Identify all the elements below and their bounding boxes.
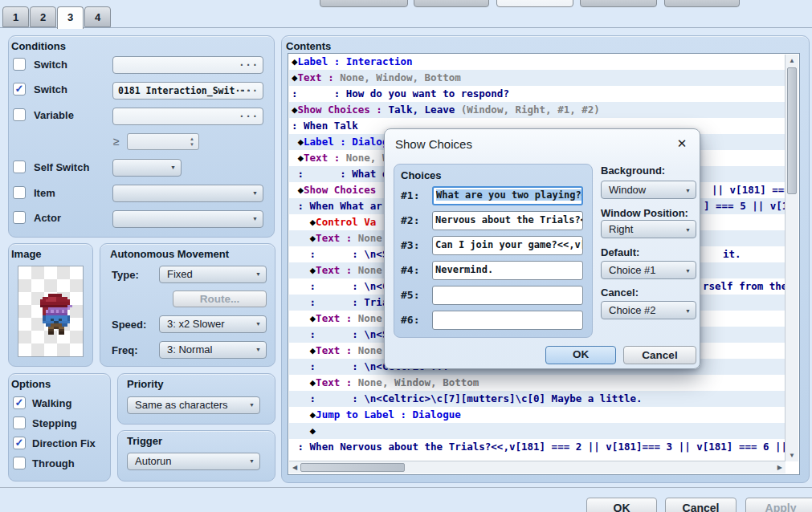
tab-page-2[interactable]: 2 xyxy=(30,6,56,27)
dropdown-arrow-icon: ▼ xyxy=(255,342,261,358)
ellipsis-icon: ··· xyxy=(239,108,259,124)
tab-page-3[interactable]: 3 xyxy=(57,6,84,29)
options-title: Options xyxy=(11,378,51,390)
event-command-row[interactable]: : : \n<Celtric>\c[7][mutters]\c[0] Maybe… xyxy=(289,391,787,407)
variable-value-spinner[interactable]: ▲ ▼ xyxy=(127,133,199,150)
route-button[interactable]: Route... xyxy=(173,291,267,307)
event-command-row[interactable]: ◆Text : None, Window, Bottom xyxy=(289,375,787,391)
default-dropdown[interactable]: Choice #1▼ xyxy=(601,261,696,279)
tab-page-1[interactable]: 1 xyxy=(2,6,29,27)
cancel-choice-label: Cancel: xyxy=(601,286,639,299)
dropdown-arrow-icon: ▼ xyxy=(252,211,258,227)
event-command-row[interactable]: : : How do you want to respond? xyxy=(289,86,787,102)
walking-checkbox[interactable]: ✓ xyxy=(13,396,26,409)
ok-button[interactable]: OK xyxy=(586,498,657,512)
character-sprite xyxy=(35,294,78,335)
actor-dropdown[interactable]: ▼ xyxy=(112,210,263,228)
tab-page-4[interactable]: 4 xyxy=(84,6,111,27)
choice-5-label: #5: xyxy=(401,289,419,301)
spinner-up-icon[interactable]: ▲ xyxy=(190,136,194,141)
event-command-text: ◆ xyxy=(292,71,298,83)
top-button-2[interactable] xyxy=(414,0,489,7)
event-command-row[interactable]: : When Nervous about the Trials?<<,v[181… xyxy=(289,439,787,455)
choice-2-input[interactable]: Nervous about the Trials?< xyxy=(432,211,583,230)
event-command-text: Show Choices : xyxy=(304,184,394,196)
variable-field[interactable]: ··· xyxy=(112,108,263,125)
event-command-row[interactable]: ◆ xyxy=(289,423,787,439)
event-command-row[interactable]: ◆Label : Interaction xyxy=(289,54,787,70)
priority-dropdown[interactable]: Same as characters▼ xyxy=(127,396,260,414)
actor-checkbox[interactable]: ✓ xyxy=(13,211,26,224)
dialog-ok-button[interactable]: OK xyxy=(545,346,616,364)
switch1-label: Switch xyxy=(34,59,67,71)
item-checkbox[interactable]: ✓ xyxy=(13,186,26,199)
default-label: Default: xyxy=(601,246,639,258)
ellipsis-icon: ··· xyxy=(239,57,259,73)
top-button-5[interactable] xyxy=(664,0,740,7)
variable-checkbox[interactable]: ✓ xyxy=(13,108,26,121)
event-command-text: ◆ xyxy=(292,55,298,67)
event-command-text: : When Nervous about the Trials?<<,v[181… xyxy=(292,441,787,453)
event-command-text: ◆ xyxy=(292,376,316,388)
dialog-cancel-button[interactable]: Cancel xyxy=(623,346,696,364)
priority-title: Priority xyxy=(127,378,164,390)
event-command-text: Talk, Leave xyxy=(388,104,460,116)
event-command-text: ◆ xyxy=(292,136,304,148)
vertical-scrollbar-thumb[interactable] xyxy=(787,67,797,194)
top-button-1[interactable] xyxy=(320,0,408,7)
choice-3-input[interactable]: Can I join your game?<<,v[ xyxy=(432,236,583,255)
event-command-text: : When What ar xyxy=(292,200,382,212)
scroll-up-icon[interactable]: ▲ xyxy=(785,57,798,64)
event-command-text: : When Talk xyxy=(292,120,358,132)
scroll-right-icon[interactable]: ▶ xyxy=(777,464,782,471)
spinner-down-icon[interactable]: ▼ xyxy=(190,142,194,147)
event-command-text: Text : xyxy=(316,344,358,356)
top-button-4[interactable] xyxy=(580,0,657,7)
switch1-field[interactable]: ··· xyxy=(112,56,263,74)
stepping-checkbox[interactable]: ✓ xyxy=(13,417,26,429)
event-command-text: Control Va xyxy=(316,216,376,228)
self-switch-dropdown[interactable]: ▼ xyxy=(112,159,182,177)
top-button-3[interactable] xyxy=(496,0,573,7)
freq-dropdown[interactable]: 3: Normal▼ xyxy=(159,341,267,359)
gte-symbol: ≥ xyxy=(113,135,120,148)
dropdown-arrow-icon: ▼ xyxy=(252,185,258,201)
through-checkbox[interactable]: ✓ xyxy=(13,457,26,469)
choice-6-label: #6: xyxy=(401,314,419,326)
choice-1-input[interactable]: What are you two playing?< xyxy=(432,186,583,205)
item-dropdown[interactable]: ▼ xyxy=(112,185,263,202)
background-dropdown[interactable]: Window▼ xyxy=(601,181,696,199)
event-command-text: Jump to Label : Dialogue xyxy=(316,408,461,421)
window-position-label: Window Position: xyxy=(601,207,688,219)
close-icon[interactable]: ✕ xyxy=(674,136,690,152)
window-position-dropdown[interactable]: Right▼ xyxy=(601,220,696,238)
direction-fix-checkbox[interactable]: ✓ xyxy=(13,437,26,449)
self-switch-checkbox[interactable]: ✓ xyxy=(13,161,26,173)
choice-5-input[interactable] xyxy=(432,286,583,305)
choice-6-input[interactable] xyxy=(432,311,583,330)
switch2-checkbox[interactable]: ✓ xyxy=(13,83,26,95)
choice-4-input[interactable]: Nevermind. xyxy=(432,261,583,280)
switch2-label: Switch xyxy=(34,83,67,95)
event-command-row[interactable]: ◆Jump to Label : Dialogue xyxy=(289,407,787,423)
trigger-dropdown[interactable]: Autorun▼ xyxy=(127,453,260,470)
cancel-choice-dropdown[interactable]: Choice #2▼ xyxy=(601,301,696,319)
movement-type-dropdown[interactable]: Fixed▼ xyxy=(159,266,267,283)
image-title: Image xyxy=(11,248,42,260)
event-command-row[interactable]: ◆Text : None, Window, Bottom xyxy=(289,70,787,86)
vertical-scrollbar[interactable]: ▲ ▼ xyxy=(785,55,798,461)
switch1-checkbox[interactable]: ✓ xyxy=(13,58,26,71)
cancel-button[interactable]: Cancel xyxy=(665,498,737,512)
event-command-text: Text : xyxy=(316,264,358,276)
scroll-down-icon[interactable]: ▼ xyxy=(785,452,798,459)
character-image-box[interactable] xyxy=(18,266,84,357)
event-command-row[interactable]: ◆Show Choices : Talk, Leave (Window, Rig… xyxy=(289,102,787,118)
apply-button[interactable]: Apply xyxy=(745,498,812,512)
scroll-left-icon[interactable]: ◀ xyxy=(292,464,297,471)
switch2-field[interactable]: 0181 Interaction_Swit······ xyxy=(112,82,263,100)
event-command-text: ◆ xyxy=(292,216,316,228)
horizontal-scrollbar-thumb[interactable] xyxy=(300,463,405,472)
horizontal-scrollbar[interactable]: ◀ ▶ xyxy=(289,461,785,473)
event-command-text: ◆ xyxy=(292,408,316,421)
speed-dropdown[interactable]: 3: x2 Slower▼ xyxy=(159,315,267,333)
